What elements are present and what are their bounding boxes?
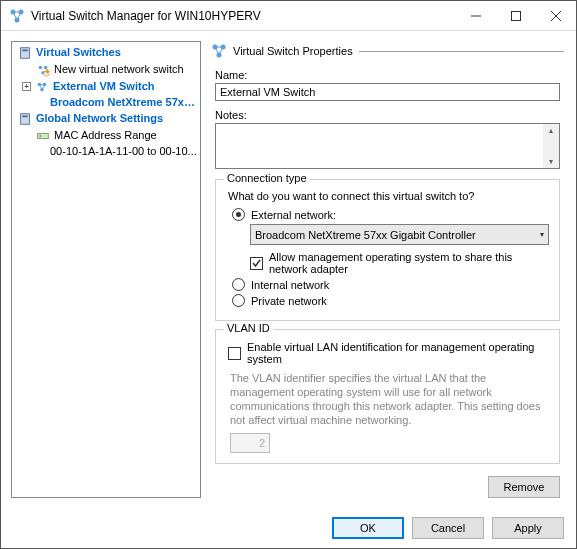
remove-button[interactable]: Remove [488, 476, 560, 498]
cancel-button[interactable]: Cancel [412, 517, 484, 539]
tree-label: Virtual Switches [36, 45, 121, 60]
svg-point-9 [39, 65, 43, 69]
checkbox-icon [250, 257, 263, 270]
dialog-footer: OK Cancel Apply [1, 508, 576, 548]
remove-row: Remove [215, 476, 560, 498]
svg-rect-8 [22, 49, 27, 51]
titlebar: Virtual Switch Manager for WIN10HYPERV [1, 1, 576, 31]
tree-label: New virtual network switch [54, 62, 184, 77]
svg-rect-18 [22, 115, 27, 117]
network-icon [35, 80, 49, 94]
chevron-down-icon: ▾ [540, 230, 544, 239]
minimize-button[interactable] [456, 1, 496, 31]
radio-private[interactable]: Private network [232, 294, 549, 307]
radio-external[interactable]: External network: [232, 208, 549, 221]
tree-label: Global Network Settings [36, 111, 163, 126]
separator [359, 51, 564, 52]
window-title: Virtual Switch Manager for WIN10HYPERV [31, 9, 456, 23]
radio-icon [232, 294, 245, 307]
name-label: Name: [215, 69, 564, 81]
tree-item-new-switch[interactable]: ✦ New virtual network switch [12, 61, 200, 78]
tree-label: MAC Address Range [54, 128, 157, 143]
window-root: Virtual Switch Manager for WIN10HYPERV V… [0, 0, 577, 549]
new-network-icon: ✦ [36, 63, 50, 77]
apply-button[interactable]: Apply [492, 517, 564, 539]
properties-header: Virtual Switch Properties [211, 43, 564, 59]
close-button[interactable] [536, 1, 576, 31]
group-legend: VLAN ID [224, 322, 273, 334]
checkbox-label: Allow management operating system to sha… [269, 251, 549, 275]
connection-type-group: Connection type What do you want to conn… [215, 179, 560, 321]
vlan-id-input: 2 [230, 433, 270, 453]
svg-rect-20 [40, 135, 42, 137]
name-input[interactable] [215, 83, 560, 101]
radio-label: Internal network [251, 279, 329, 291]
checkbox-allow-mgmt[interactable]: Allow management operating system to sha… [250, 251, 549, 275]
tree-item-external-switch[interactable]: + External VM Switch [12, 78, 200, 95]
tree-item-mac-range[interactable]: MAC Address Range [12, 127, 200, 144]
properties-title: Virtual Switch Properties [233, 45, 353, 57]
tree-section-virtual-switches[interactable]: Virtual Switches [12, 44, 200, 61]
tree-section-global[interactable]: Global Network Settings [12, 110, 200, 127]
radio-label: Private network [251, 295, 327, 307]
radio-icon [232, 278, 245, 291]
nic-icon [36, 129, 50, 143]
maximize-button[interactable] [496, 1, 536, 31]
scroll-up-icon[interactable]: ▴ [549, 124, 553, 137]
svg-rect-4 [512, 11, 521, 20]
expander-icon[interactable]: + [22, 82, 31, 91]
sidebar-tree[interactable]: Virtual Switches ✦ New virtual network s… [11, 41, 201, 498]
app-icon [9, 8, 25, 24]
tree-item-mac-detail: 00-10-1A-1A-11-00 to 00-10... [12, 144, 200, 159]
connection-prompt: What do you want to connect this virtual… [228, 190, 549, 202]
vlan-value: 2 [259, 437, 265, 449]
scroll-down-icon[interactable]: ▾ [549, 155, 553, 168]
radio-label: External network: [251, 209, 336, 221]
vlan-group: VLAN ID Enable virtual LAN identificatio… [215, 329, 560, 464]
tree-item-external-detail[interactable]: Broadcom NetXtreme 57xx Gi... [12, 95, 200, 110]
adapter-dropdown[interactable]: Broadcom NetXtreme 57xx Gigabit Controll… [250, 224, 549, 245]
ok-button[interactable]: OK [332, 517, 404, 539]
notes-label: Notes: [215, 109, 564, 121]
group-legend: Connection type [224, 172, 310, 184]
tree-label: External VM Switch [53, 79, 154, 94]
svg-text:✦: ✦ [43, 66, 51, 77]
server-icon [18, 46, 32, 60]
server-icon [18, 112, 32, 126]
svg-rect-19 [38, 133, 49, 138]
svg-rect-17 [21, 113, 30, 124]
checkbox-vlan-enable[interactable]: Enable virtual LAN identification for ma… [228, 341, 549, 365]
svg-rect-7 [21, 47, 30, 58]
checkbox-label: Enable virtual LAN identification for ma… [247, 341, 549, 365]
radio-internal[interactable]: Internal network [232, 278, 549, 291]
content-area: Virtual Switches ✦ New virtual network s… [1, 31, 576, 508]
vlan-description: The VLAN identifier specifies the virtua… [230, 371, 543, 427]
network-icon [211, 43, 227, 59]
notes-textarea[interactable]: ▴ ▾ [215, 123, 560, 169]
radio-icon [232, 208, 245, 221]
dropdown-value: Broadcom NetXtreme 57xx Gigabit Controll… [255, 229, 540, 241]
properties-panel: Virtual Switch Properties Name: Notes: ▴… [209, 41, 566, 498]
checkbox-icon [228, 347, 241, 360]
scrollbar[interactable]: ▴ ▾ [543, 124, 559, 168]
